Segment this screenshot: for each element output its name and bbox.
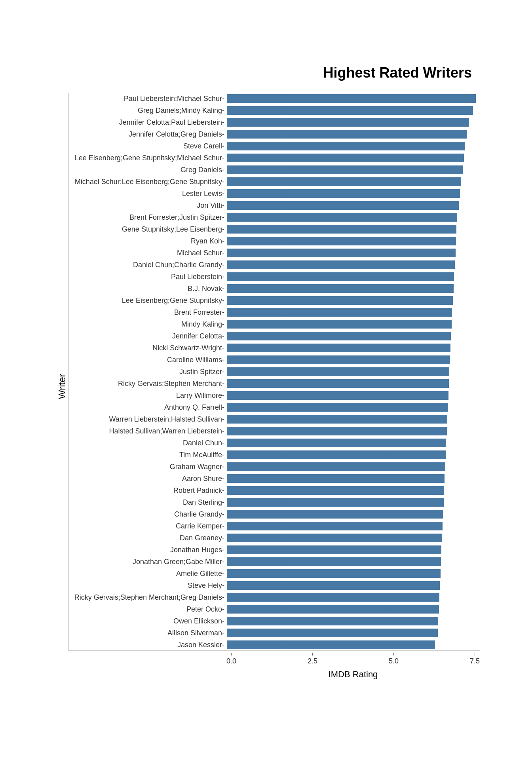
bar-row: Peter Ocko- bbox=[68, 604, 480, 615]
bar-wrapper bbox=[227, 581, 480, 590]
bar-wrapper bbox=[227, 367, 480, 376]
bar-label: Lee Eisenberg;Gene Stupnitsky- bbox=[68, 296, 227, 305]
bar-row: Anthony Q. Farrell- bbox=[68, 402, 480, 413]
bar-row: Warren Lieberstein;Halsted Sullivan- bbox=[68, 414, 480, 425]
bar bbox=[227, 640, 435, 649]
bar-label: Dan Greaney- bbox=[68, 534, 227, 542]
bar bbox=[227, 260, 455, 269]
bar bbox=[227, 474, 445, 483]
x-tick: 7.5 bbox=[470, 653, 480, 665]
bar-wrapper bbox=[227, 225, 480, 234]
bar bbox=[227, 237, 456, 245]
bar-wrapper bbox=[227, 284, 480, 293]
bar-label: Ricky Gervais;Stephen Merchant- bbox=[68, 380, 227, 388]
bar-label: Paul Lieberstein- bbox=[68, 273, 227, 281]
bar-wrapper bbox=[227, 510, 480, 519]
bar-row: Michael Schur- bbox=[68, 247, 480, 258]
bar-row: Allison Silverman- bbox=[68, 627, 480, 638]
x-tick-line bbox=[231, 653, 232, 656]
bar-wrapper bbox=[227, 177, 480, 186]
bar-row: Lester Lewis- bbox=[68, 188, 480, 199]
bar bbox=[227, 510, 443, 519]
bar-wrapper bbox=[227, 260, 480, 269]
bar-wrapper bbox=[227, 391, 480, 400]
bar-row: Paul Lieberstein;Michael Schur- bbox=[68, 93, 480, 104]
bar-row: Gene Stupnitsky;Lee Eisenberg- bbox=[68, 224, 480, 235]
bar-label: Ryan Koh- bbox=[68, 237, 227, 245]
bar-wrapper bbox=[227, 142, 480, 150]
bar bbox=[227, 284, 454, 293]
bar bbox=[227, 94, 476, 103]
bar-row: Lee Eisenberg;Gene Stupnitsky;Michael Sc… bbox=[68, 152, 480, 163]
bar-label: Justin Spitzer- bbox=[68, 368, 227, 376]
x-tick-line bbox=[312, 653, 313, 656]
chart-container: Highest Rated Writers Writer Paul Lieber… bbox=[28, 49, 504, 711]
bar-wrapper bbox=[227, 237, 480, 245]
bar bbox=[227, 201, 459, 210]
bar-row: Jennifer Celotta;Greg Daniels- bbox=[68, 129, 480, 140]
x-tick: 0.0 bbox=[226, 653, 236, 665]
bar bbox=[227, 427, 447, 435]
bar-label: Daniel Chun;Charlie Grandy- bbox=[68, 261, 227, 269]
bar-row: Jennifer Celotta- bbox=[68, 331, 480, 342]
bar-label: Owen Ellickson- bbox=[68, 617, 227, 625]
chart-title: Highest Rated Writers bbox=[52, 65, 480, 81]
bar-row: Aaron Shure- bbox=[68, 473, 480, 484]
bar bbox=[227, 130, 467, 139]
bar-label: Michael Schur- bbox=[68, 249, 227, 257]
bar-wrapper bbox=[227, 201, 480, 210]
bar bbox=[227, 249, 456, 257]
bar-wrapper bbox=[227, 557, 480, 566]
bar-row: Charlie Grandy- bbox=[68, 509, 480, 520]
bar bbox=[227, 617, 438, 625]
x-tick-label: 0.0 bbox=[226, 657, 236, 665]
bar-row: Jon Vitti- bbox=[68, 200, 480, 211]
bar-wrapper bbox=[227, 617, 480, 625]
x-tick-label: 7.5 bbox=[470, 657, 480, 665]
x-axis: 0.02.55.07.5 bbox=[68, 653, 480, 665]
bar-row: Amelie Gillette- bbox=[68, 568, 480, 579]
x-tick-line bbox=[475, 653, 475, 656]
bar-label: Anthony Q. Farrell- bbox=[68, 403, 227, 412]
bar-label: Carrie Kemper- bbox=[68, 522, 227, 530]
bar bbox=[227, 557, 441, 566]
bar-row: Jennifer Celotta;Paul Lieberstein- bbox=[68, 117, 480, 128]
bar bbox=[227, 462, 445, 471]
bar-label: Greg Daniels;Mindy Kaling- bbox=[68, 106, 227, 115]
bar-wrapper bbox=[227, 462, 480, 471]
bar-wrapper bbox=[227, 605, 480, 614]
bar bbox=[227, 118, 469, 127]
bar bbox=[227, 569, 441, 578]
bar-label: Jennifer Celotta- bbox=[68, 332, 227, 340]
bar-label: Michael Schur;Lee Eisenberg;Gene Stupnit… bbox=[68, 178, 227, 186]
bar-row: Steve Hely- bbox=[68, 580, 480, 591]
bar-row: Greg Daniels;Mindy Kaling- bbox=[68, 105, 480, 116]
bar-wrapper bbox=[227, 498, 480, 507]
bar-row: Ryan Koh- bbox=[68, 236, 480, 247]
bar-wrapper bbox=[227, 522, 480, 530]
bar-label: Tim McAuliffe- bbox=[68, 451, 227, 459]
bar bbox=[227, 403, 448, 412]
x-axis-ticks: 0.02.55.07.5 bbox=[226, 653, 480, 665]
bar-row: Daniel Chun;Charlie Grandy- bbox=[68, 259, 480, 270]
bar-label: Mindy Kaling- bbox=[68, 320, 227, 329]
bar-label: Lee Eisenberg;Gene Stupnitsky;Michael Sc… bbox=[68, 154, 227, 162]
bar-row: Larry Willmore- bbox=[68, 390, 480, 401]
bar-wrapper bbox=[227, 106, 480, 115]
bar-label: Halsted Sullivan;Warren Lieberstein- bbox=[68, 427, 227, 435]
bar-row: Brent Forrester- bbox=[68, 307, 480, 318]
bar bbox=[227, 605, 439, 614]
bar-label: Larry Willmore- bbox=[68, 391, 227, 400]
y-axis-label: Writer bbox=[52, 93, 68, 680]
bar-wrapper bbox=[227, 593, 480, 602]
bar-row: Owen Ellickson- bbox=[68, 616, 480, 627]
bar bbox=[227, 142, 465, 150]
x-tick-label: 5.0 bbox=[389, 657, 399, 665]
bar-wrapper bbox=[227, 629, 480, 637]
bar-wrapper bbox=[227, 379, 480, 388]
bar bbox=[227, 225, 456, 234]
bar-label: Steve Hely- bbox=[68, 581, 227, 590]
bar-wrapper bbox=[227, 272, 480, 281]
bar-label: Daniel Chun- bbox=[68, 439, 227, 447]
bar-wrapper bbox=[227, 545, 480, 554]
